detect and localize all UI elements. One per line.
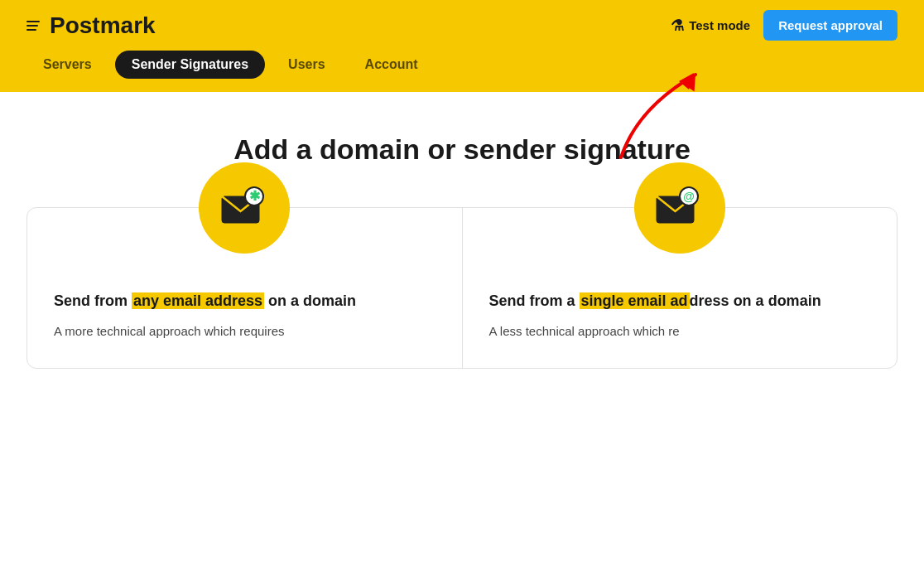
domain-title-highlight: any email address [132,292,264,309]
sender-icon: @ [652,181,706,235]
svg-text:✱: ✱ [248,189,260,203]
logo-text: Postmark [50,12,156,39]
domain-title-prefix: Send from [54,292,132,309]
app-container: Postmark ⚗ Test mode Request approval Se… [0,0,924,402]
domain-card-desc: A more technical approach which requires [54,321,436,341]
logo[interactable]: Postmark [26,12,156,39]
sender-icon-circle: @ [634,162,725,254]
header-left: Postmark [26,12,156,39]
sender-title-suffix: dress on a domain [690,292,821,309]
header: Postmark ⚗ Test mode Request approval [0,0,924,51]
domain-card-icon-container: ✱ [199,162,290,254]
logo-line-1 [26,21,40,22]
domain-card: ✱ Send from any email address on a domai… [27,208,463,368]
sender-card: @ Send from a single email address on a … [463,208,898,368]
sender-card-icon-container: @ [634,162,725,254]
header-right: ⚗ Test mode Request approval [671,10,898,41]
logo-icon [26,21,40,31]
nav-item-servers[interactable]: Servers [26,51,108,79]
test-mode-indicator: ⚗ Test mode [671,17,750,35]
nav-item-sender-signatures[interactable]: Sender Signatures [115,51,265,79]
page-title: Add a domain or sender signature [26,133,898,166]
svg-text:@: @ [683,190,695,203]
nav-item-users[interactable]: Users [272,51,341,79]
flask-icon: ⚗ [671,17,684,35]
main-nav: Servers Sender Signatures Users Account [0,51,924,92]
domain-card-title: Send from any email address on a domain [54,291,436,312]
logo-line-3 [26,29,36,31]
domain-title-suffix: on a domain [264,292,356,309]
sender-card-title: Send from a single email address on a do… [489,291,871,312]
nav-item-account[interactable]: Account [349,51,435,79]
sender-card-desc: A less technical approach which re [489,321,871,341]
sender-title-prefix: Send from a [489,292,580,309]
domain-icon: ✱ [218,181,272,235]
sender-title-highlight: single email ad [580,292,690,309]
cards-container: ✱ Send from any email address on a domai… [26,207,898,369]
test-mode-label: Test mode [689,18,750,32]
logo-line-2 [26,25,38,27]
main-content: Add a domain or sender signature ✱ [0,92,924,402]
domain-icon-circle: ✱ [199,162,290,254]
request-approval-button[interactable]: Request approval [763,10,898,41]
